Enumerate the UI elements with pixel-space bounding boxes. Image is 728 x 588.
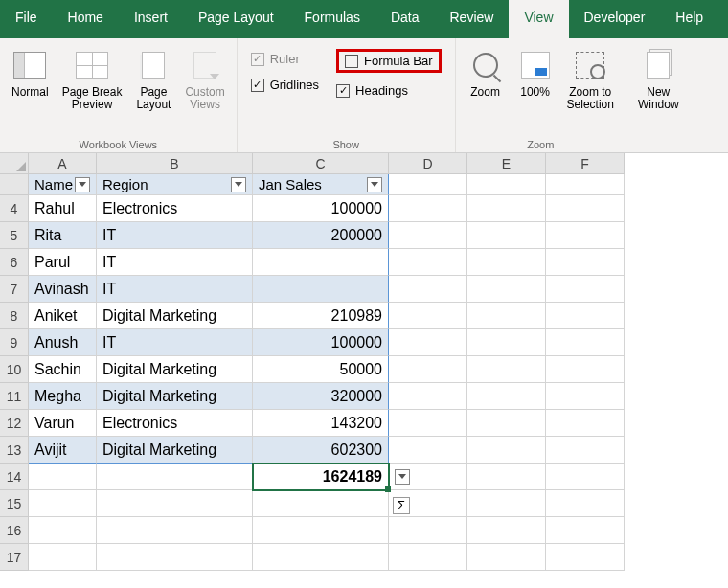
cell-E13[interactable] [467, 437, 546, 464]
cell-C7[interactable] [253, 276, 389, 303]
cell-A11[interactable]: Megha [29, 383, 97, 410]
cell-A14[interactable] [29, 464, 97, 490]
zoom-to-selection-button[interactable]: Zoom to Selection [561, 42, 620, 115]
cell-E11[interactable] [467, 383, 546, 410]
cell-B13[interactable]: Digital Marketing [97, 437, 253, 464]
cell-E7[interactable] [467, 276, 546, 303]
cell-C11[interactable]: 320000 [253, 383, 389, 410]
row-header-5[interactable]: 5 [0, 222, 29, 249]
autosum-icon[interactable]: Σ [393, 497, 410, 514]
cell-C14-selected[interactable]: 1624189 [253, 464, 389, 490]
cell-E12[interactable] [467, 410, 546, 437]
tab-formulas[interactable]: Formulas [289, 0, 375, 38]
cell-D11[interactable] [389, 383, 467, 410]
cell-E4[interactable] [467, 195, 546, 222]
filter-arrow-icon[interactable] [75, 177, 90, 192]
cell-A8[interactable]: Aniket [29, 303, 97, 329]
cell-D7[interactable] [389, 276, 467, 303]
cell-D6[interactable] [389, 249, 467, 276]
cell-B8[interactable]: Digital Marketing [97, 303, 253, 329]
tab-file[interactable]: File [0, 0, 53, 38]
row-header-12[interactable]: 12 [0, 410, 29, 437]
cell-B6[interactable]: IT [97, 249, 253, 276]
cell-A16[interactable] [29, 517, 97, 544]
cell-F4[interactable] [546, 195, 625, 222]
col-header-F[interactable]: F [546, 153, 625, 174]
cell-F10[interactable] [546, 356, 625, 383]
dropdown-icon[interactable] [395, 469, 410, 485]
table-header-C[interactable]: Jan Sales [253, 174, 389, 195]
cell-B16[interactable] [97, 517, 253, 544]
cell-F12[interactable] [546, 410, 625, 437]
cell-A6[interactable]: Parul [29, 249, 97, 276]
row-header-8[interactable]: 8 [0, 303, 29, 329]
filter-arrow-icon[interactable] [231, 177, 246, 192]
cell-B7[interactable]: IT [97, 276, 253, 303]
cell-D15[interactable]: Σ [389, 490, 467, 517]
page-break-preview-button[interactable]: Page Break Preview [57, 42, 128, 115]
cell-F8[interactable] [546, 303, 625, 329]
cell-B14[interactable] [97, 464, 253, 490]
cell-F16[interactable] [546, 517, 625, 544]
tab-view[interactable]: View [509, 0, 568, 38]
row-header-14[interactable]: 14 [0, 464, 29, 490]
row-header-4[interactable]: 4 [0, 195, 29, 222]
cell[interactable] [389, 174, 467, 195]
cell-C10[interactable]: 50000 [253, 356, 389, 383]
cell-A15[interactable] [29, 490, 97, 517]
cell-D8[interactable] [389, 303, 467, 329]
cell-F11[interactable] [546, 383, 625, 410]
row-header-7[interactable]: 7 [0, 276, 29, 303]
cell-E17[interactable] [467, 544, 546, 571]
cell-E5[interactable] [467, 222, 546, 249]
cell-F7[interactable] [546, 276, 625, 303]
tab-page-layout[interactable]: Page Layout [183, 0, 289, 38]
cell-E9[interactable] [467, 329, 546, 356]
cell[interactable] [546, 174, 625, 195]
cell-B9[interactable]: IT [97, 329, 253, 356]
cell-C15[interactable] [253, 490, 389, 517]
cell-D12[interactable] [389, 410, 467, 437]
row-header-10[interactable]: 10 [0, 356, 29, 383]
cell-E16[interactable] [467, 517, 546, 544]
cell-A17[interactable] [29, 544, 97, 571]
cell-A13[interactable]: Avijit [29, 437, 97, 464]
cell-A4[interactable]: Rahul [29, 195, 97, 222]
row-header-16[interactable]: 16 [0, 517, 29, 544]
cell-C8[interactable]: 210989 [253, 303, 389, 329]
row-header-17[interactable]: 17 [0, 544, 29, 571]
cell-E10[interactable] [467, 356, 546, 383]
row-header-11[interactable]: 11 [0, 383, 29, 410]
select-all-corner[interactable] [0, 153, 29, 174]
tab-home[interactable]: Home [53, 0, 119, 38]
cell-E6[interactable] [467, 249, 546, 276]
new-window-button[interactable]: New Window [632, 42, 685, 115]
cell-C5[interactable]: 200000 [253, 222, 389, 249]
cell-A5[interactable]: Rita [29, 222, 97, 249]
col-header-C[interactable]: C [253, 153, 389, 174]
cell-B11[interactable]: Digital Marketing [97, 383, 253, 410]
col-header-E[interactable]: E [467, 153, 546, 174]
col-header-D[interactable]: D [389, 153, 467, 174]
cell-A12[interactable]: Varun [29, 410, 97, 437]
cell-E14[interactable] [467, 464, 546, 490]
cell-B5[interactable]: IT [97, 222, 253, 249]
cell-B4[interactable]: Electronics [97, 195, 253, 222]
cell-C17[interactable] [253, 544, 389, 571]
cell-F5[interactable] [546, 222, 625, 249]
table-header-B[interactable]: Region [97, 174, 253, 195]
cell-C4[interactable]: 100000 [253, 195, 389, 222]
cell-A10[interactable]: Sachin [29, 356, 97, 383]
tab-developer[interactable]: Developer [569, 0, 661, 38]
cell-F13[interactable] [546, 437, 625, 464]
zoom-button[interactable]: Zoom [462, 42, 510, 102]
tab-insert[interactable]: Insert [119, 0, 183, 38]
cell-D13[interactable] [389, 437, 467, 464]
row-header-9[interactable]: 9 [0, 329, 29, 356]
cell-D16[interactable] [389, 517, 467, 544]
cell-C13[interactable]: 602300 [253, 437, 389, 464]
cell-F9[interactable] [546, 329, 625, 356]
row-header-blank[interactable] [0, 174, 29, 195]
cell-F14[interactable] [546, 464, 625, 490]
cell-E8[interactable] [467, 303, 546, 329]
